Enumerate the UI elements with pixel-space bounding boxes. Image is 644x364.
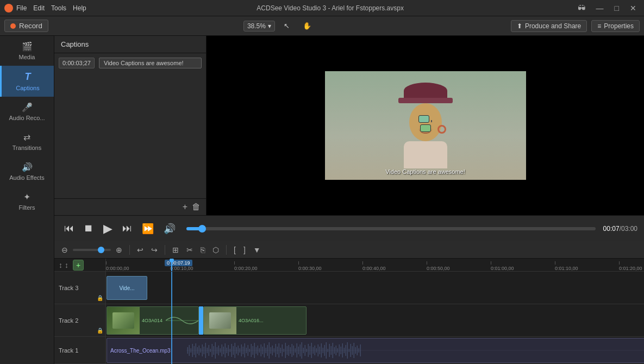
properties-button[interactable]: ≡ Properties <box>591 20 640 32</box>
svg-rect-79 <box>314 346 315 355</box>
timeline-ruler: 0:00:07.19 0:00:00,00 0:00:10,00 0:00:20… <box>106 259 644 272</box>
track-3-clip[interactable]: Vide... <box>107 276 147 300</box>
svg-rect-48 <box>264 343 264 357</box>
playhead-indicator[interactable] <box>171 259 172 271</box>
svg-rect-24 <box>224 343 225 357</box>
mark-button[interactable]: ▼ <box>251 244 264 255</box>
track-2-lock-icon[interactable]: 🔒 <box>97 328 102 333</box>
play-button[interactable]: ▶ <box>100 219 116 238</box>
window-title: ACDSee Video Studio 3 - Ariel for Fstopp… <box>86 4 574 12</box>
pointer-tool-button[interactable]: ↖ <box>279 20 294 32</box>
track-2-clip-2[interactable]: 4O3A016... <box>203 306 307 335</box>
svg-rect-104 <box>355 347 355 354</box>
svg-rect-76 <box>309 346 310 355</box>
sidebar-item-captions[interactable]: T Captions <box>0 66 54 97</box>
audio-clip[interactable]: Across_The_Ocean.mp3 <box>107 338 644 363</box>
zoom-out-button[interactable]: ⊖ <box>59 244 71 255</box>
preview-wrapper: Video Captions are awesome! <box>207 36 644 215</box>
zoom-slider-thumb[interactable] <box>98 247 104 253</box>
minimize-icon[interactable]: — <box>593 3 607 14</box>
cut-button[interactable]: ✂ <box>184 244 196 255</box>
sidebar-item-audio-reco[interactable]: 🎤 Audio Reco... <box>0 97 54 127</box>
menu-bar[interactable]: File Edit Tools Help <box>16 4 86 12</box>
svg-rect-30 <box>234 343 235 358</box>
clip-2-thumbnail <box>204 307 236 334</box>
svg-rect-8 <box>198 346 199 355</box>
maximize-icon[interactable]: □ <box>611 3 622 14</box>
svg-rect-75 <box>308 344 308 357</box>
sidebar-item-audio-effects[interactable]: 🔊 Audio Effects <box>0 156 54 186</box>
sidebar-item-label-audio-effects: Audio Effects <box>9 174 45 181</box>
in-point-button[interactable]: [ <box>231 244 239 255</box>
copy-button[interactable]: ⎘ <box>198 244 208 255</box>
paste-button[interactable]: ⬡ <box>210 244 222 255</box>
properties-icon: ≡ <box>597 22 601 30</box>
step-back-button[interactable]: ⏹ <box>80 221 97 236</box>
caption-text-0[interactable]: Video Captions are awesome! <box>99 58 202 68</box>
undo-button[interactable]: ↩ <box>134 244 146 255</box>
svg-rect-100 <box>348 349 349 352</box>
ruler-mark-4: 0:00:40,00 <box>362 261 386 271</box>
track-2-clip-1[interactable]: 4O3A014 <box>107 306 199 335</box>
svg-rect-93 <box>337 348 337 353</box>
record-button[interactable]: Record <box>4 20 48 32</box>
svg-rect-71 <box>301 342 302 359</box>
svg-rect-29 <box>233 346 233 355</box>
svg-rect-80 <box>316 348 316 353</box>
track-3-lock-icon[interactable]: 🔒 <box>97 295 102 300</box>
menu-edit[interactable]: Edit <box>33 4 45 12</box>
svg-rect-74 <box>306 349 307 352</box>
go-to-end-button[interactable]: ⏩ <box>139 221 157 237</box>
progress-bar[interactable] <box>186 227 596 230</box>
step-forward-button[interactable]: ⏭ <box>119 221 135 236</box>
close-window-icon[interactable]: ✕ <box>627 3 640 14</box>
zoom-select[interactable]: 38.5% ▾ <box>243 21 275 32</box>
track-2-clip-1-label: 4O3A014 <box>140 317 165 324</box>
window-controls[interactable]: 🕶 — □ ✕ <box>574 3 640 14</box>
zoom-in-button[interactable]: ⊕ <box>113 244 125 255</box>
add-caption-button[interactable]: + <box>183 202 187 212</box>
sidebar-item-label-transitions: Transitions <box>12 145 41 151</box>
produce-label: Produce and Share <box>525 22 581 30</box>
svg-rect-95 <box>340 347 341 354</box>
produce-and-share-button[interactable]: ⬆ Produce and Share <box>511 20 587 32</box>
out-point-button[interactable]: ] <box>241 244 248 255</box>
redo-button[interactable]: ↪ <box>148 244 160 255</box>
video-preview-frame: Video Captions are awesome! <box>325 71 526 180</box>
ripple-button[interactable]: ⊞ <box>170 244 182 255</box>
svg-rect-92 <box>335 346 336 355</box>
svg-rect-73 <box>304 345 305 356</box>
svg-rect-78 <box>312 347 313 354</box>
svg-rect-52 <box>270 347 271 354</box>
media-icon: 🎬 <box>22 41 33 52</box>
svg-rect-51 <box>268 342 269 359</box>
progress-thumb[interactable] <box>198 225 206 233</box>
go-to-start-button[interactable]: ⏮ <box>61 221 77 236</box>
svg-rect-57 <box>278 343 279 357</box>
zoom-slider[interactable] <box>73 249 111 251</box>
hand-tool-button[interactable]: ✋ <box>298 20 316 32</box>
svg-rect-107 <box>360 344 360 356</box>
svg-rect-16 <box>211 344 212 357</box>
close-icon[interactable]: 🕶 <box>574 3 589 14</box>
delete-caption-button[interactable]: 🗑 <box>192 202 201 212</box>
titlebar: File Edit Tools Help ACDSee Video Studio… <box>0 0 644 16</box>
filters-icon: ✦ <box>23 192 30 202</box>
svg-rect-38 <box>247 345 248 356</box>
add-track-button[interactable]: + <box>73 260 84 271</box>
time-current: 00:07 <box>603 225 620 233</box>
svg-rect-31 <box>236 347 236 354</box>
svg-rect-60 <box>283 349 284 352</box>
audio-waveform <box>174 341 644 360</box>
sidebar-item-filters[interactable]: ✦ Filters <box>0 186 54 216</box>
sidebar-item-media[interactable]: 🎬 Media <box>0 36 54 66</box>
svg-rect-17 <box>213 346 214 355</box>
svg-rect-3 <box>190 348 191 353</box>
menu-file[interactable]: File <box>16 4 27 12</box>
zoom-slider-track[interactable] <box>73 249 111 251</box>
sidebar-item-transitions[interactable]: ⇄ Transitions <box>0 127 54 156</box>
menu-help[interactable]: Help <box>73 4 86 12</box>
volume-button[interactable]: 🔊 <box>160 221 179 237</box>
track-1-name: Track 1 <box>59 347 78 354</box>
menu-tools[interactable]: Tools <box>51 4 66 12</box>
